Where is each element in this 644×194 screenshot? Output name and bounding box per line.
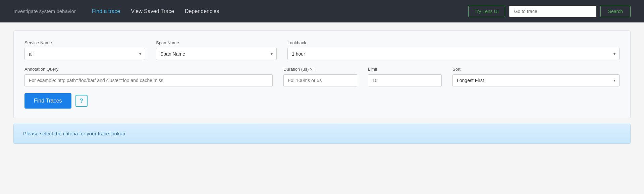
nav-dependencies[interactable]: Dependencies	[179, 7, 224, 16]
search-button[interactable]: Search	[600, 6, 631, 17]
nav-view-saved-trace[interactable]: View Saved Trace	[125, 7, 179, 16]
service-name-label: Service Name	[24, 40, 145, 45]
limit-label: Limit	[368, 67, 442, 72]
lookback-group: Lookback 1 hour	[287, 40, 620, 60]
actions-row: Find Traces ?	[24, 93, 620, 109]
annotation-query-label: Annotation Query	[24, 67, 273, 72]
header-left: Investigate system behavior Find a trace…	[13, 7, 224, 16]
limit-group: Limit	[368, 67, 442, 86]
main-content: Service Name all Span Name Span Name Loo…	[0, 22, 644, 152]
span-name-select[interactable]: Span Name	[156, 48, 277, 60]
header-nav: Find a trace View Saved Trace Dependenci…	[87, 7, 224, 16]
lookback-label: Lookback	[287, 40, 620, 45]
duration-label: Duration (µs) >=	[283, 67, 357, 72]
duration-group: Duration (µs) >=	[283, 67, 357, 86]
sort-select-wrapper: Longest First	[452, 74, 620, 86]
annotation-query-group: Annotation Query	[24, 67, 273, 86]
span-name-group: Span Name Span Name	[156, 40, 277, 60]
lookback-select-wrapper: 1 hour	[287, 48, 620, 60]
service-name-select-wrapper: all	[24, 48, 145, 60]
help-button[interactable]: ?	[75, 95, 88, 107]
info-banner: Please select the criteria for your trac…	[13, 124, 631, 144]
duration-input[interactable]	[283, 74, 357, 86]
limit-input[interactable]	[368, 74, 442, 86]
sort-group: Sort Longest First	[452, 67, 620, 86]
go-to-trace-input[interactable]	[509, 6, 596, 17]
info-banner-text: Please select the criteria for your trac…	[23, 131, 126, 136]
lookback-select[interactable]: 1 hour	[287, 48, 620, 60]
span-name-label: Span Name	[156, 40, 277, 45]
sort-select[interactable]: Longest First	[452, 74, 620, 86]
form-row-2: Annotation Query Duration (µs) >= Limit …	[24, 67, 620, 86]
header-right: Try Lens UI Search	[468, 6, 631, 17]
nav-find-trace[interactable]: Find a trace	[87, 7, 125, 16]
span-name-select-wrapper: Span Name	[156, 48, 277, 60]
annotation-query-input[interactable]	[24, 74, 273, 86]
header-tagline: Investigate system behavior	[13, 8, 76, 14]
search-panel: Service Name all Span Name Span Name Loo…	[13, 30, 631, 118]
find-traces-button[interactable]: Find Traces	[24, 93, 71, 109]
service-name-select[interactable]: all	[24, 48, 145, 60]
try-lens-button[interactable]: Try Lens UI	[468, 6, 505, 17]
sort-label: Sort	[452, 67, 620, 72]
service-name-group: Service Name all	[24, 40, 145, 60]
help-icon: ?	[79, 98, 83, 105]
header: Investigate system behavior Find a trace…	[0, 0, 644, 22]
form-row-1: Service Name all Span Name Span Name Loo…	[24, 40, 620, 60]
